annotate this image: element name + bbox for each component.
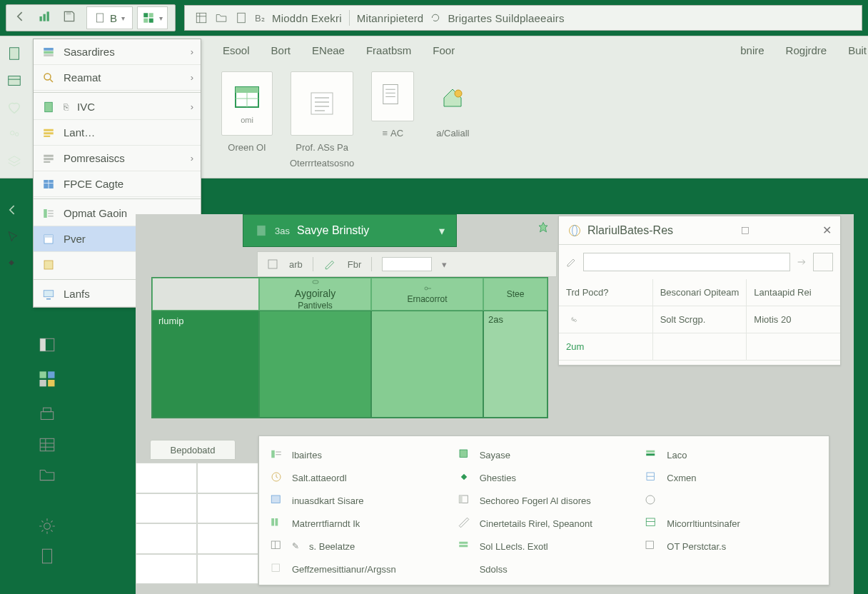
opt-salt[interactable]: Salt.attaeordl (269, 466, 444, 489)
thumbs-icon[interactable] (37, 366, 57, 394)
opt-otperst[interactable]: OT Perstctar.s (644, 535, 819, 558)
opt-micorr[interactable]: Micorrltiuntsinafer (644, 512, 819, 535)
toolbar-input[interactable] (382, 257, 432, 271)
opt-geffz[interactable]: Geffzemesittianur/Argssn (269, 558, 444, 580)
document-icon[interactable] (6, 46, 26, 63)
submenu-arrow-icon: › (191, 46, 193, 57)
panel-cell[interactable]: Miotis 20 (747, 306, 840, 333)
menu-item-reamat[interactable]: Reamat› (34, 65, 201, 91)
pen-icon[interactable] (323, 258, 338, 271)
menu-item-sasardires[interactable]: Sasardires› (34, 39, 201, 65)
close-icon[interactable]: ✕ (822, 223, 832, 237)
panel-cell[interactable] (747, 333, 840, 360)
menu-item-fpce[interactable]: FPCE Cagte (34, 171, 201, 197)
ribbon-group-order: omi Oreen OI (221, 71, 273, 178)
opt-lbairtes[interactable]: lbairtes (269, 443, 444, 466)
svg-rect-64 (44, 408, 51, 411)
opt-matrerr[interactable]: Matrerrtfiarndt Ik (269, 512, 444, 535)
panel-cell[interactable]: Solt Scrgp. (653, 306, 747, 333)
users-icon[interactable] (6, 127, 26, 144)
menu-item-pomresaiscs[interactable]: Pomresaiscs› (34, 146, 201, 171)
heart-icon[interactable] (6, 100, 26, 117)
folder-icon[interactable] (37, 465, 57, 484)
arrow-icon[interactable] (796, 256, 807, 268)
cursor-icon[interactable] (6, 230, 26, 247)
panel-icon[interactable] (37, 336, 57, 354)
pin-icon[interactable] (537, 221, 550, 234)
opt-cxmen[interactable]: Cxmen (644, 466, 819, 489)
diamond-icon[interactable] (6, 257, 26, 274)
qat-tab-2[interactable]: ▾ (137, 6, 168, 29)
svg-rect-71 (258, 226, 266, 236)
ac-button[interactable] (371, 71, 414, 121)
opt-sdolss[interactable]: Sdolss (457, 558, 632, 580)
svg-rect-53 (44, 235, 53, 238)
menu-item-ivc[interactable]: ⎘IVC› (34, 94, 201, 120)
svg-rect-65 (40, 438, 54, 450)
panel-cell[interactable]: 2um (559, 333, 653, 360)
svg-rect-5 (143, 13, 148, 17)
order-button[interactable]: omi (221, 71, 273, 136)
ribbon-tab-4[interactable]: Foor (431, 41, 456, 59)
menu-label: Lant… (64, 126, 95, 139)
prof-button[interactable] (291, 71, 353, 136)
sheet-tab[interactable]: Bepdobatd (150, 440, 236, 460)
opt-ghesties[interactable]: Ghesties (457, 466, 632, 489)
pen-icon[interactable] (566, 256, 577, 268)
page-icon[interactable] (37, 547, 57, 565)
svg-rect-27 (10, 48, 19, 60)
green-data-table: Aygoiraly Pantivels Ernacorrot Stee rlum… (151, 277, 548, 418)
opt-sechoreo[interactable]: Sechoreo Fogerl Al disores (457, 489, 632, 512)
maximize-icon[interactable] (740, 226, 750, 236)
sheet-mini-icon[interactable] (266, 258, 279, 271)
opt-laco[interactable]: Laco (644, 443, 819, 466)
ribbon-tab-7[interactable]: Buit (847, 41, 868, 59)
table-head-2[interactable]: Stee (483, 278, 547, 311)
opt-inuasdkart[interactable]: inuasdkart Sisare (269, 489, 444, 512)
sheet-icon[interactable] (6, 73, 26, 90)
ribbon-tab-5[interactable]: bnire (739, 41, 765, 59)
chart-icon[interactable] (38, 9, 58, 26)
panel-col-1[interactable]: Besconari Opiteam (653, 279, 747, 306)
svg-rect-28 (9, 76, 21, 86)
layers-icon[interactable] (6, 154, 26, 171)
table-cell[interactable] (259, 311, 371, 418)
opt-sollecs[interactable]: Sol LLecls. Exotl (457, 535, 632, 558)
panel-col-0[interactable]: Trd Pocd? (559, 279, 653, 306)
panel-search-input[interactable] (583, 253, 790, 271)
table-head-0[interactable]: Aygoiraly Pantivels (259, 278, 371, 311)
ribbon-tab-6[interactable]: Rogjrdre (784, 41, 829, 59)
save-icon[interactable] (62, 9, 82, 26)
panel-btn[interactable] (813, 253, 833, 271)
opt-sayase[interactable]: Sayase (457, 443, 632, 466)
blank-icon (269, 562, 285, 576)
table-cell[interactable] (371, 311, 483, 418)
opt-radio[interactable] (644, 489, 819, 512)
opt-beelatze[interactable]: ✎s. Beelatze (269, 535, 444, 558)
table-cell[interactable]: 2as (483, 311, 547, 418)
gear-icon[interactable] (37, 517, 57, 535)
ribbon-tab-0[interactable]: Esool (221, 41, 251, 59)
ribbon-tab-3[interactable]: Fraatbsm (365, 41, 413, 59)
svg-rect-89 (271, 495, 280, 503)
table-icon[interactable] (37, 436, 57, 454)
arrow-left-icon[interactable] (6, 203, 26, 220)
blue-list-icon (269, 493, 285, 508)
calc-button[interactable] (431, 71, 474, 121)
svg-rect-78 (742, 227, 748, 233)
qat-tab-b[interactable]: B ▾ (86, 6, 133, 29)
ribbon-tab-2[interactable]: ENeae (311, 41, 346, 59)
worksheet-grid[interactable] (136, 463, 258, 584)
svg-rect-43 (44, 158, 54, 160)
back-icon[interactable] (14, 9, 34, 26)
menu-item-lant[interactable]: Lant… (34, 120, 201, 146)
panel-cell[interactable] (559, 306, 653, 333)
panel-col-2[interactable]: Lantaapid Rei (747, 279, 840, 306)
ribbon-group-prof: Prof. ASs Pa Oterrrteatsosno (290, 71, 354, 178)
print-icon[interactable] (37, 406, 57, 424)
ribbon-tab-1[interactable]: Bort (270, 41, 293, 59)
panel-cell[interactable] (653, 333, 747, 360)
table-head-1[interactable]: Ernacorrot (371, 278, 483, 311)
document-banner[interactable]: 3as Savye Brinstiy ▾ (243, 214, 457, 247)
opt-cinertetails[interactable]: Cinertetails Rirel, Speanont (457, 512, 632, 535)
